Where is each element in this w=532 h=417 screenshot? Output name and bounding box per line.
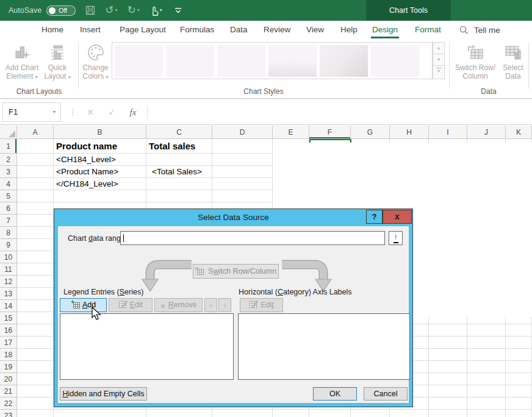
- hidden-and-empty-cells-button[interactable]: Hidden and Empty Cells: [60, 387, 147, 401]
- cell-J18[interactable]: [467, 349, 506, 361]
- cell-A4[interactable]: [17, 178, 54, 190]
- dialog-help-button[interactable]: ?: [366, 210, 383, 224]
- column-header-D[interactable]: D: [212, 126, 273, 139]
- cell-I22[interactable]: [429, 397, 467, 410]
- tab-insert[interactable]: Insert: [80, 21, 101, 39]
- insert-function-button[interactable]: fx: [124, 102, 142, 122]
- row-header-10[interactable]: 10: [0, 251, 17, 263]
- cell-A23[interactable]: [17, 410, 54, 417]
- chart-data-range-input[interactable]: [120, 231, 385, 245]
- gallery-scroll-up-button[interactable]: ▴: [433, 42, 445, 54]
- chart-style-thumbnail[interactable]: [166, 45, 214, 77]
- enter-entry-button[interactable]: ✓: [102, 102, 121, 122]
- axis-labels-list[interactable]: [238, 313, 410, 380]
- touch-mouse-mode-button[interactable]: ▾: [149, 0, 162, 21]
- row-header-3[interactable]: 3: [0, 166, 17, 178]
- gallery-scroll-down-button[interactable]: ▾: [433, 54, 445, 66]
- row-header-15[interactable]: 15: [0, 312, 17, 324]
- move-series-up-button[interactable]: ∧: [204, 298, 217, 312]
- cell-A7[interactable]: [17, 215, 54, 227]
- row-header-17[interactable]: 17: [0, 337, 17, 349]
- tab-design[interactable]: Design: [372, 21, 398, 39]
- cancel-button[interactable]: Cancel: [364, 387, 408, 401]
- cell-A6[interactable]: [17, 202, 54, 215]
- cell-C5[interactable]: [146, 190, 212, 202]
- cell-A22[interactable]: [17, 397, 54, 410]
- cell-D4[interactable]: [212, 178, 273, 190]
- cell-K20[interactable]: [506, 373, 532, 385]
- cell-A12[interactable]: [17, 276, 54, 288]
- column-header-C[interactable]: C: [146, 126, 212, 139]
- cell-A13[interactable]: [17, 288, 54, 300]
- cell-A2[interactable]: [17, 154, 54, 166]
- column-header-H[interactable]: H: [390, 126, 429, 139]
- cell-B2[interactable]: <CH184_Level>: [54, 154, 146, 166]
- cell-I23[interactable]: [429, 410, 467, 417]
- column-header-I[interactable]: I: [429, 126, 467, 139]
- row-header-2[interactable]: 2: [0, 154, 17, 166]
- redo-button[interactable]: ↻ ▾: [127, 0, 139, 21]
- save-button[interactable]: [85, 5, 95, 15]
- row-header-18[interactable]: 18: [0, 349, 17, 361]
- cell-D2[interactable]: [212, 154, 273, 166]
- cell-J23[interactable]: [467, 410, 506, 417]
- cell-I21[interactable]: [429, 385, 467, 397]
- edit-axis-labels-button[interactable]: Edit: [240, 298, 283, 312]
- change-colors-button[interactable]: Change Colors ▾: [80, 41, 111, 82]
- cell-F23[interactable]: [309, 410, 351, 417]
- quick-layout-button[interactable]: Quick Layout ▾: [40, 41, 74, 82]
- cell-G23[interactable]: [351, 410, 390, 417]
- chart-style-thumbnail[interactable]: [115, 45, 163, 77]
- cell-A1[interactable]: [17, 139, 54, 154]
- row-header-23[interactable]: 23: [0, 410, 17, 417]
- tab-home[interactable]: Home: [41, 21, 63, 39]
- cell-D5[interactable]: [212, 190, 273, 202]
- cell-I17[interactable]: [429, 337, 467, 349]
- row-header-14[interactable]: 14: [0, 300, 17, 312]
- cell-D3[interactable]: [212, 166, 273, 178]
- cell-B1[interactable]: Product name: [54, 139, 146, 154]
- cell-H23[interactable]: [390, 410, 429, 417]
- cell-D1[interactable]: [212, 139, 273, 154]
- cell-A20[interactable]: [17, 373, 54, 385]
- column-header-K[interactable]: K: [506, 126, 532, 139]
- cell-A21[interactable]: [17, 385, 54, 397]
- row-header-22[interactable]: 22: [0, 397, 17, 410]
- autosave-toggle[interactable]: Off: [46, 5, 76, 16]
- legend-entries-list[interactable]: [60, 313, 234, 380]
- cell-A16[interactable]: [17, 324, 54, 337]
- customize-qat-button[interactable]: [174, 7, 182, 14]
- select-all-corner[interactable]: [0, 126, 17, 139]
- cell-A10[interactable]: [17, 251, 54, 263]
- formula-input[interactable]: [150, 102, 532, 122]
- cell-A17[interactable]: [17, 337, 54, 349]
- tab-page-layout[interactable]: Page Layout: [120, 21, 166, 39]
- cell-K17[interactable]: [506, 337, 532, 349]
- tab-data[interactable]: Data: [230, 21, 248, 39]
- cell-K19[interactable]: [506, 361, 532, 373]
- row-header-12[interactable]: 12: [0, 276, 17, 288]
- cell-C2[interactable]: [146, 154, 212, 166]
- cell-K23[interactable]: [506, 410, 532, 417]
- column-header-A[interactable]: A: [17, 126, 54, 139]
- tell-me-box[interactable]: Tell me: [459, 21, 500, 39]
- chart-style-thumbnail[interactable]: [268, 45, 317, 77]
- cell-A5[interactable]: [17, 190, 54, 202]
- cell-A18[interactable]: [17, 349, 54, 361]
- add-chart-element-button[interactable]: Add Chart Element ▾: [4, 41, 40, 82]
- cell-B5[interactable]: [54, 190, 146, 202]
- cancel-entry-button[interactable]: ✕: [81, 102, 99, 122]
- row-header-11[interactable]: 11: [0, 263, 17, 276]
- row-header-21[interactable]: 21: [0, 385, 17, 397]
- tab-view[interactable]: View: [306, 21, 324, 39]
- cell-I16[interactable]: [429, 324, 467, 337]
- cell-K16[interactable]: [506, 324, 532, 337]
- cell-J20[interactable]: [467, 373, 506, 385]
- column-header-E[interactable]: E: [273, 126, 309, 139]
- row-header-1[interactable]: 1: [0, 139, 17, 154]
- undo-button[interactable]: ↺ ▾: [105, 0, 117, 21]
- column-header-B[interactable]: B: [54, 126, 146, 139]
- cell-J21[interactable]: [467, 385, 506, 397]
- cell-C1[interactable]: Total sales: [146, 139, 212, 154]
- row-header-20[interactable]: 20: [0, 373, 17, 385]
